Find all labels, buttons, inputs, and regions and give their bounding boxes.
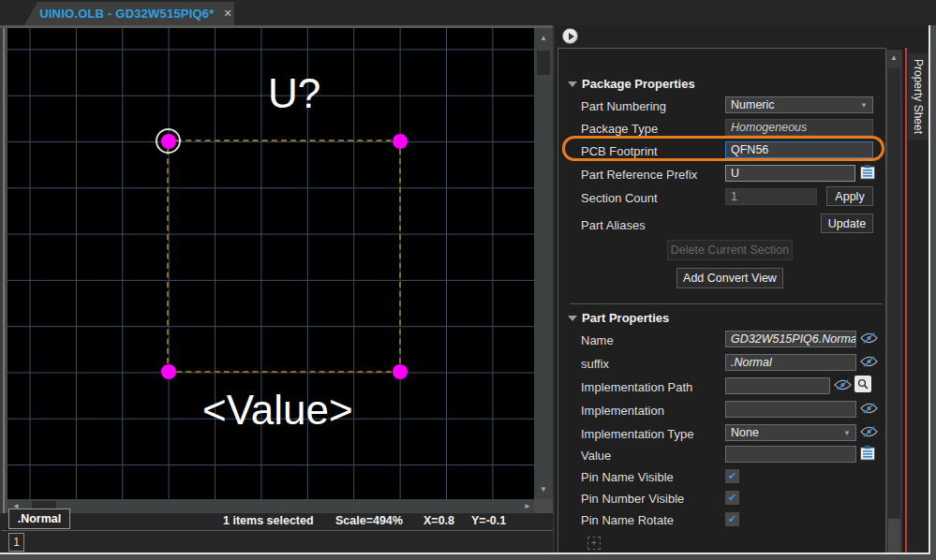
property-sheet-panel: Package Properties Part Numbering Numeri… xyxy=(555,25,929,553)
add-property-icon[interactable]: + xyxy=(587,537,601,550)
implementation-path-label: Implementation Path xyxy=(581,380,692,394)
apply-button-label: Apply xyxy=(835,190,864,203)
panel-menu-icon[interactable] xyxy=(562,28,578,44)
panel-scroll-thumb[interactable] xyxy=(888,68,900,519)
part-value-text[interactable]: <Value> xyxy=(202,387,353,434)
check-icon: ✔ xyxy=(728,513,736,524)
name-field[interactable]: GD32W515PIQ6.Normal xyxy=(725,331,856,347)
package-type-label: Package Type xyxy=(581,122,658,136)
apply-button[interactable]: Apply xyxy=(826,186,873,206)
status-y-coordinate: Y=-0.1 xyxy=(471,514,506,527)
page-tab-label: 1 xyxy=(13,536,20,549)
search-icon xyxy=(857,378,869,390)
schematic-canvas[interactable]: U? <Value> xyxy=(7,28,534,499)
page-tab-row xyxy=(0,531,553,553)
panel-header-strip xyxy=(555,25,929,48)
implementation-label: Implementation xyxy=(581,404,664,418)
delete-current-section-label: Delete Current Section xyxy=(671,243,789,257)
collapse-package-icon[interactable] xyxy=(568,81,577,87)
section-count-label: Section Count xyxy=(581,191,658,205)
part-reference-prefix-field[interactable]: U xyxy=(725,165,855,182)
status-scale: Scale=494% xyxy=(335,514,403,527)
property-sheet-tab-label: Property Sheet xyxy=(912,59,925,134)
value-label: Value xyxy=(581,449,611,463)
suffix-field[interactable]: .Normal xyxy=(725,354,856,371)
implementation-type-label: Implementation Type xyxy=(581,427,693,441)
scroll-right-icon[interactable]: ► xyxy=(524,503,531,510)
add-convert-view-label: Add Convert View xyxy=(683,272,777,285)
add-convert-view-button[interactable]: Add Convert View xyxy=(676,268,783,288)
eye-slash-icon[interactable] xyxy=(860,332,878,345)
eye-slash-icon[interactable] xyxy=(860,355,878,368)
part-numbering-value: Numeric xyxy=(731,98,775,111)
pin-number-visible-label: Pin Number Visible xyxy=(581,492,684,506)
implementation-field[interactable] xyxy=(725,401,856,418)
part-body-selection-rect[interactable] xyxy=(167,140,401,373)
scroll-up-icon[interactable]: ▲ xyxy=(890,53,898,62)
package-type-field: Homogeneous xyxy=(725,119,873,136)
part-numbering-dropdown[interactable]: Numeric ▼ xyxy=(725,96,873,113)
eye-slash-icon[interactable] xyxy=(860,425,878,438)
check-icon: ✔ xyxy=(728,492,736,503)
part-reference-prefix-label: Part Reference Prefix xyxy=(581,168,697,182)
document-tab-title: UINIO.OLB - GD32W515PIQ6* xyxy=(39,7,214,21)
section-divider xyxy=(570,303,883,304)
part-numbering-label: Part Numbering xyxy=(581,99,666,113)
eye-slash-icon[interactable] xyxy=(834,378,852,391)
eye-slash-icon[interactable] xyxy=(860,402,878,415)
pcb-footprint-label: PCB Footprint xyxy=(581,144,658,158)
browse-library-button[interactable] xyxy=(854,376,871,392)
window-border-bottom-outer xyxy=(0,554,936,560)
pin-name-rotate-checkbox[interactable]: ✔ xyxy=(725,512,739,526)
name-label: Name xyxy=(581,333,614,347)
implementation-path-field[interactable] xyxy=(725,377,830,394)
check-icon: ✔ xyxy=(728,470,736,481)
selection-handle-bottom-left[interactable] xyxy=(161,364,176,379)
document-tab-bar: UINIO.OLB - GD32W515PIQ6* ✕ xyxy=(0,0,936,25)
pin-name-visible-label: Pin Name Visible xyxy=(581,470,674,484)
section-count-field: 1 xyxy=(725,188,817,205)
pin-name-rotate-label: Pin Name Rotate xyxy=(581,513,674,527)
canvas-horizontal-scrollbar[interactable]: ◄ ► xyxy=(7,499,534,513)
chevron-down-icon: ▼ xyxy=(843,429,851,437)
window-border-right-outer xyxy=(930,25,936,554)
chevron-down-icon: ▼ xyxy=(860,101,868,110)
canvas-vscroll-thumb[interactable] xyxy=(537,51,550,75)
update-button-label: Update xyxy=(828,217,866,230)
view-tab-label: .Normal xyxy=(18,512,62,525)
window-border-left xyxy=(0,25,7,554)
plus-icon: + xyxy=(591,538,597,548)
delete-current-section-button: Delete Current Section xyxy=(667,240,793,260)
assign-property-icon[interactable] xyxy=(859,445,876,461)
application-window: UINIO.OLB - GD32W515PIQ6* ✕ U? <Value> ▲… xyxy=(0,0,936,560)
canvas-vertical-scrollbar[interactable]: ▲ ▼ xyxy=(534,28,553,499)
implementation-type-dropdown[interactable]: None ▼ xyxy=(725,424,856,441)
implementation-type-value: None xyxy=(731,426,759,439)
selection-handle-top-right[interactable] xyxy=(393,134,408,149)
document-tab[interactable]: UINIO.OLB - GD32W515PIQ6* ✕ xyxy=(24,2,234,25)
tab-close-icon[interactable]: ✕ xyxy=(224,7,232,20)
scroll-down-icon[interactable]: ▼ xyxy=(540,486,547,494)
panel-scroll-track[interactable] xyxy=(888,519,900,553)
part-reference-text[interactable]: U? xyxy=(268,70,320,117)
pin-number-visible-checkbox[interactable]: ✔ xyxy=(725,491,739,505)
tab-property-sheet[interactable]: Property Sheet xyxy=(908,53,929,140)
status-x-coordinate: X=0.8 xyxy=(423,514,454,527)
update-button[interactable]: Update xyxy=(821,214,873,233)
status-selection-count: 1 items selected xyxy=(223,514,314,527)
value-field[interactable] xyxy=(725,446,856,463)
view-tab-normal[interactable]: .Normal xyxy=(8,508,70,529)
part-properties-title: Part Properties xyxy=(582,311,669,325)
properties-group: Package Properties Part Numbering Numeri… xyxy=(557,48,886,553)
pin-name-visible-checkbox[interactable]: ✔ xyxy=(725,469,739,483)
package-properties-title: Package Properties xyxy=(582,77,695,91)
pcb-footprint-field[interactable]: QFN56 xyxy=(725,141,873,158)
selection-handle-top-left[interactable] xyxy=(161,134,176,149)
selection-handle-bottom-right[interactable] xyxy=(393,364,408,379)
page-tab-1[interactable]: 1 xyxy=(8,533,24,552)
collapse-part-icon[interactable] xyxy=(568,316,577,321)
suffix-label: suffix xyxy=(581,357,609,371)
scroll-up-icon[interactable]: ▲ xyxy=(540,35,547,42)
assign-property-icon[interactable] xyxy=(859,164,876,180)
panel-scrollbar[interactable]: ▲ xyxy=(886,50,902,553)
